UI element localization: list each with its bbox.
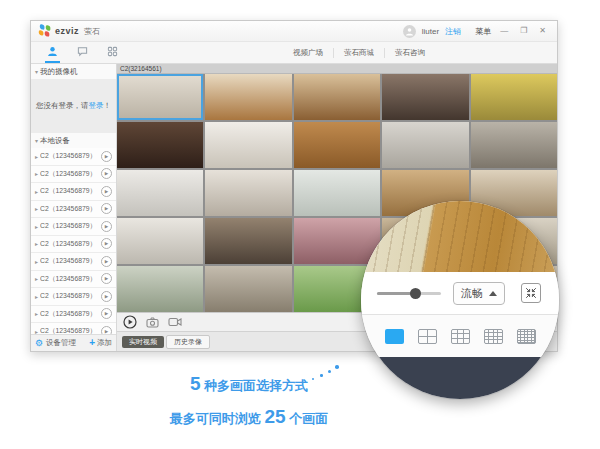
marketing-line-1: 5 种多画面选择方式 — [118, 367, 380, 400]
my-devices-tab[interactable] — [45, 42, 60, 63]
expand-arrow-icon: ▸ — [35, 240, 38, 247]
device-manage-button[interactable]: 设备管理 — [46, 338, 76, 348]
play-device-button[interactable]: ▶ — [101, 308, 112, 319]
play-device-button[interactable]: ▶ — [101, 221, 112, 232]
expand-arrow-icon: ▸ — [35, 275, 38, 282]
device-name: C2（123456879） — [40, 204, 101, 214]
device-name: C2（123456879） — [40, 186, 101, 196]
play-device-button[interactable]: ▶ — [101, 326, 112, 334]
shrink-view-button[interactable] — [521, 283, 541, 303]
play-device-button[interactable]: ▶ — [101, 186, 112, 197]
my-cameras-header[interactable]: ▾ 我的摄像机 — [31, 64, 116, 79]
play-device-button[interactable]: ▶ — [101, 256, 112, 267]
layout-16-button[interactable] — [484, 329, 503, 344]
device-name: C2（123456879） — [40, 221, 101, 231]
selected-camera-label: C2(32164561) — [117, 64, 557, 74]
expand-arrow-icon: ▸ — [35, 188, 38, 195]
device-row[interactable]: ▸C2（123456879）▶ — [31, 218, 116, 236]
device-row[interactable]: ▸C2（123456879）▶ — [31, 271, 116, 289]
camera-cell[interactable] — [294, 122, 380, 168]
camera-cell[interactable] — [471, 122, 557, 168]
close-button[interactable]: ✕ — [536, 27, 549, 35]
grid-apps-icon — [107, 46, 118, 57]
add-device-button[interactable]: + 添加 — [89, 338, 112, 348]
record-video-icon[interactable] — [168, 317, 182, 327]
tab-video-plaza[interactable]: 视频广场 — [283, 48, 333, 58]
layout-1-button[interactable] — [385, 329, 404, 344]
camera-cell[interactable] — [205, 218, 291, 264]
nav-bar: 视频广场 萤石商城 萤石咨询 — [31, 42, 557, 64]
camera-cell[interactable] — [294, 170, 380, 216]
volume-slider[interactable] — [377, 288, 441, 299]
device-name: C2（123456879） — [40, 309, 101, 319]
play-device-button[interactable]: ▶ — [101, 273, 112, 284]
quality-dropdown[interactable]: 流畅 — [453, 282, 505, 305]
layout-25-button[interactable] — [517, 329, 536, 344]
camera-cell[interactable] — [117, 122, 203, 168]
device-list: ▸C2（123456879）▶▸C2（123456879）▶▸C2（123456… — [31, 148, 116, 334]
dotted-trail — [320, 374, 323, 377]
device-row[interactable]: ▸C2（123456879）▶ — [31, 201, 116, 219]
device-row[interactable]: ▸C2（123456879）▶ — [31, 166, 116, 184]
play-device-button[interactable]: ▶ — [101, 203, 112, 214]
camera-cell[interactable] — [205, 74, 291, 120]
device-name: C2（123456879） — [40, 256, 101, 266]
device-row[interactable]: ▸C2（123456879）▶ — [31, 183, 116, 201]
camera-cell[interactable] — [382, 122, 468, 168]
messages-tab[interactable] — [75, 42, 90, 63]
expand-arrow-icon: ▸ — [35, 223, 38, 230]
person-icon — [47, 46, 58, 57]
layout-options — [361, 315, 559, 357]
dotted-trail — [328, 370, 331, 373]
username: liuter — [422, 27, 439, 36]
play-device-button[interactable]: ▶ — [101, 168, 112, 179]
device-row[interactable]: ▸C2（123456879）▶ — [31, 306, 116, 324]
expand-arrow-icon: ▸ — [35, 153, 38, 160]
caret-up-icon — [489, 291, 497, 296]
play-device-button[interactable]: ▶ — [101, 291, 112, 302]
minimize-button[interactable]: — — [497, 27, 511, 35]
camera-cell[interactable] — [205, 122, 291, 168]
brand-name-cn: 萤石 — [84, 26, 100, 37]
play-device-button[interactable]: ▶ — [101, 151, 112, 162]
play-button[interactable] — [123, 315, 137, 329]
device-row[interactable]: ▸C2（123456879）▶ — [31, 236, 116, 254]
camera-cell[interactable] — [382, 74, 468, 120]
camera-cell[interactable] — [117, 170, 203, 216]
marketing-line-2: 最多可同时浏览 25 个画面 — [118, 400, 380, 433]
logout-link[interactable]: 注销 — [445, 26, 461, 37]
tab-history-recordings[interactable]: 历史录像 — [166, 335, 210, 349]
menu-button[interactable]: 菜单 — [475, 26, 491, 37]
camera-cell[interactable] — [205, 170, 291, 216]
tab-ezviz-consult[interactable]: 萤石咨询 — [384, 48, 435, 58]
expand-arrow-icon: ▸ — [35, 258, 38, 265]
tab-ezviz-mall[interactable]: 萤石商城 — [333, 48, 384, 58]
camera-cell[interactable] — [117, 74, 203, 120]
play-device-button[interactable]: ▶ — [101, 238, 112, 249]
title-bar: ezviz 萤石 liuter 注销 菜单 — ❐ ✕ — [31, 21, 557, 42]
camera-cell[interactable] — [117, 266, 203, 312]
brand-name: ezviz — [55, 26, 79, 36]
apps-tab[interactable] — [105, 42, 120, 63]
tab-live-video[interactable]: 实时视频 — [122, 336, 164, 348]
device-name: C2（123456879） — [40, 326, 101, 334]
camera-cell[interactable] — [117, 218, 203, 264]
user-avatar — [403, 25, 416, 38]
layout-4-button[interactable] — [418, 329, 437, 344]
expand-arrow-icon: ▸ — [35, 170, 38, 177]
camera-cell[interactable] — [471, 74, 557, 120]
camera-cell[interactable] — [294, 74, 380, 120]
local-devices-header[interactable]: ▾ 本地设备 — [31, 133, 116, 148]
device-row[interactable]: ▸C2（123456879）▶ — [31, 148, 116, 166]
device-row[interactable]: ▸C2（123456879）▶ — [31, 288, 116, 306]
device-row[interactable]: ▸C2（123456879）▶ — [31, 253, 116, 271]
dotted-trail — [335, 365, 339, 369]
maximize-button[interactable]: ❐ — [517, 27, 530, 35]
login-link[interactable]: 登录 — [89, 101, 104, 110]
camera-cell[interactable] — [205, 266, 291, 312]
device-row[interactable]: ▸C2（123456879）▶ — [31, 323, 116, 334]
slider-knob[interactable] — [410, 288, 421, 299]
camera-cell[interactable] — [294, 218, 380, 264]
snapshot-camera-icon[interactable] — [146, 317, 159, 328]
layout-9-button[interactable] — [451, 329, 470, 344]
